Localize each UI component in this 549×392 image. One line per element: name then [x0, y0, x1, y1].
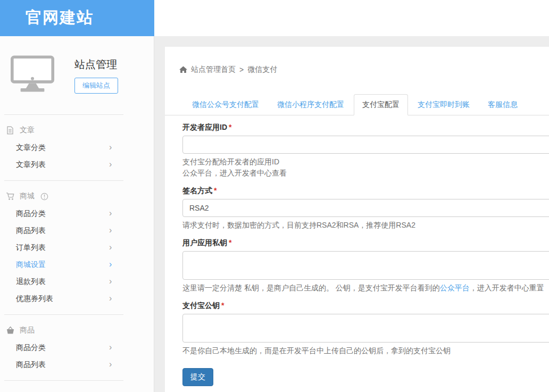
- label-text: 用户应用私钥: [182, 238, 227, 247]
- item-label: 商品列表: [16, 226, 46, 235]
- help-line: 不是你自己本地生成的，而是在开发平台中上传自己的公钥后，拿到的支付宝公钥: [182, 345, 549, 356]
- sidebar-item-article-category[interactable]: 文章分类 ›: [0, 139, 154, 156]
- field-help: 支付宝分配给开发者的应用ID 公众平台，进入开发者中心查看: [182, 156, 549, 179]
- panel-title: 站点管理: [74, 57, 117, 72]
- tab-label[interactable]: 微信公众号支付配置: [184, 94, 268, 115]
- required-asterisk: *: [229, 123, 231, 131]
- tab-wechat-miniprogram-pay[interactable]: 微信小程序支付配置: [269, 94, 353, 115]
- field-help: 这里请一定分清楚 私钥，是商户自己生成的。 公钥，是支付宝开发平台看到的公众平台…: [182, 282, 549, 294]
- divider: [4, 114, 123, 115]
- item-label: 文章列表: [16, 160, 46, 169]
- sidebar: 站点管理 编辑站点 文章 文章分类 › 文章列表 › 商城: [0, 36, 154, 392]
- chevron-right-icon: ›: [109, 205, 112, 222]
- user-private-key-textarea[interactable]: [182, 251, 549, 280]
- label-text: 开发者应用ID: [182, 123, 227, 131]
- sign-type-input[interactable]: [182, 199, 549, 217]
- developer-appid-input[interactable]: [182, 136, 549, 154]
- form-group-alipay-public-key: 支付宝公钥* 不是你自己本地生成的，而是在开发平台中上传自己的公钥后，拿到的支付…: [182, 301, 549, 356]
- chevron-right-icon: ›: [109, 156, 112, 173]
- public-platform-link[interactable]: 公众平台: [440, 283, 470, 292]
- tab-wechat-mp-pay[interactable]: 微信公众号支付配置: [184, 94, 268, 115]
- divider: [4, 314, 123, 315]
- cart-icon: [5, 192, 15, 201]
- required-asterisk: *: [229, 238, 231, 247]
- chevron-right-icon: ›: [109, 290, 112, 307]
- tab-label[interactable]: 支付宝配置: [354, 94, 408, 115]
- payment-config-tabs: 微信公众号支付配置 微信小程序支付配置 支付宝配置 支付宝即时到账 客服信息: [165, 94, 549, 115]
- item-label: 商城设置: [16, 260, 46, 269]
- help-line: 请求支付时，数据加密的方式，目前支持RSA2和RSA，推荐使用RSA2: [182, 220, 549, 231]
- sidebar-item-product-category[interactable]: 商品分类 ›: [0, 339, 154, 356]
- alipay-config-form: 开发者应用ID* 支付宝分配给开发者的应用ID 公众平台，进入开发者中心查看 签…: [182, 123, 549, 386]
- chevron-right-icon: ›: [109, 222, 112, 239]
- tab-label[interactable]: 微信小程序支付配置: [269, 94, 353, 115]
- section-title: 商品: [20, 326, 35, 335]
- section-title: 商城: [20, 191, 35, 201]
- field-label: 签名方式*: [182, 186, 549, 196]
- tab-alipay-instant[interactable]: 支付宝即时到账: [409, 94, 478, 115]
- sidebar-section-product: 商品: [0, 322, 154, 339]
- divider: [4, 180, 123, 181]
- item-label: 退款列表: [16, 277, 46, 286]
- chevron-right-icon: ›: [109, 239, 112, 256]
- item-label: 商品列表: [16, 360, 46, 369]
- article-icon: [5, 126, 15, 135]
- label-text: 签名方式: [182, 186, 212, 195]
- divider: [4, 380, 123, 381]
- help-line: ，进入开发者中心重置: [470, 283, 544, 292]
- item-label: 文章分类: [16, 143, 46, 152]
- breadcrumb-separator: >: [239, 65, 244, 74]
- item-label: 优惠券列表: [16, 294, 53, 303]
- tab-alipay-config[interactable]: 支付宝配置: [354, 94, 408, 115]
- section-title: 文章: [20, 126, 35, 135]
- breadcrumb: 站点管理首页 > 微信支付: [179, 65, 549, 74]
- edit-site-button[interactable]: 编辑站点: [74, 78, 118, 94]
- field-label: 开发者应用ID*: [182, 123, 549, 132]
- label-text: 支付宝公钥: [182, 301, 220, 310]
- chevron-right-icon: ›: [109, 139, 112, 156]
- chevron-right-icon: ›: [109, 356, 112, 373]
- chevron-right-icon: ›: [109, 339, 112, 356]
- required-asterisk: *: [221, 301, 224, 310]
- alert-circle-icon: [39, 193, 49, 201]
- tab-customer-service[interactable]: 客服信息: [479, 94, 526, 115]
- sidebar-item-mall-goods-category[interactable]: 商品分类 ›: [0, 205, 154, 222]
- tab-label[interactable]: 客服信息: [479, 94, 526, 115]
- sidebar-section-official-account: 公众号管理: [0, 388, 154, 392]
- sidebar-item-mall-order-list[interactable]: 订单列表 ›: [0, 239, 154, 256]
- form-group-developer-appid: 开发者应用ID* 支付宝分配给开发者的应用ID 公众平台，进入开发者中心查看: [182, 123, 549, 179]
- chevron-right-icon: ›: [109, 273, 112, 290]
- form-group-user-private-key: 用户应用私钥* 这里请一定分清楚 私钥，是商户自己生成的。 公钥，是支付宝开发平…: [182, 238, 549, 294]
- sidebar-item-mall-coupon-list[interactable]: 优惠券列表 ›: [0, 290, 154, 307]
- submit-button[interactable]: 提交: [182, 368, 213, 386]
- item-label: 订单列表: [16, 243, 46, 252]
- tab-label[interactable]: 支付宝即时到账: [409, 94, 478, 115]
- sidebar-item-mall-goods-list[interactable]: 商品列表 ›: [0, 222, 154, 239]
- sidebar-item-mall-settings[interactable]: 商城设置 ›: [0, 256, 154, 273]
- breadcrumb-home[interactable]: 站点管理首页: [191, 65, 236, 74]
- sidebar-item-mall-refund-list[interactable]: 退款列表 ›: [0, 273, 154, 290]
- help-line: 这里请一定分清楚 私钥，是商户自己生成的。 公钥，是支付宝开发平台看到的: [182, 283, 440, 292]
- chevron-right-icon: ›: [109, 256, 112, 273]
- required-asterisk: *: [214, 186, 217, 195]
- alipay-public-key-textarea[interactable]: [182, 314, 549, 343]
- field-label: 用户应用私钥*: [182, 238, 549, 248]
- site-panel: 站点管理 编辑站点: [0, 36, 154, 107]
- sidebar-item-product-list[interactable]: 商品列表 ›: [0, 356, 154, 373]
- breadcrumb-current: 微信支付: [247, 65, 277, 74]
- help-line: 支付宝分配给开发者的应用ID: [182, 156, 549, 168]
- field-label: 支付宝公钥*: [182, 301, 549, 311]
- home-icon: [179, 66, 187, 73]
- sidebar-item-article-list[interactable]: 文章列表 ›: [0, 156, 154, 173]
- field-help: 请求支付时，数据加密的方式，目前支持RSA2和RSA，推荐使用RSA2: [182, 220, 549, 231]
- item-label: 商品分类: [16, 343, 46, 352]
- app-title: 官网建站: [26, 9, 94, 26]
- field-help: 不是你自己本地生成的，而是在开发平台中上传自己的公钥后，拿到的支付宝公钥: [182, 345, 549, 356]
- content-card: 站点管理首页 > 微信支付 微信公众号支付配置 微信小程序支付配置 支付宝配置 …: [165, 47, 549, 392]
- app-logo: 官网建站: [0, 0, 154, 36]
- form-group-sign-type: 签名方式* 请求支付时，数据加密的方式，目前支持RSA2和RSA，推荐使用RSA…: [182, 186, 549, 231]
- help-line: 公众平台，进入开发者中心查看: [182, 168, 549, 179]
- sidebar-section-mall: 商城: [0, 188, 154, 205]
- item-label: 商品分类: [16, 209, 46, 218]
- basket-icon: [5, 326, 15, 335]
